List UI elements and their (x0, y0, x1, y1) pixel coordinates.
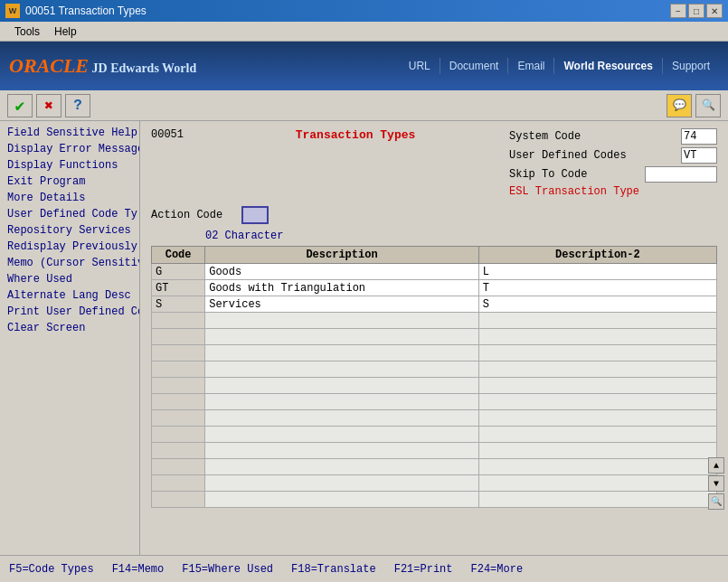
desc2-cell[interactable] (478, 410, 716, 427)
table-row[interactable] (152, 410, 717, 427)
desc-cell[interactable] (205, 410, 479, 427)
desc-cell[interactable] (205, 313, 479, 329)
table-row[interactable] (152, 443, 717, 459)
desc-cell[interactable] (205, 475, 479, 492)
menu-tools[interactable]: Tools (7, 23, 47, 40)
main-layout: Field Sensitive Help Display Error Messa… (0, 121, 728, 555)
table-row[interactable] (152, 378, 717, 394)
footer-f15[interactable]: F15=Where Used (182, 563, 273, 576)
footer-f21[interactable]: F21=Print (394, 563, 453, 576)
content-area: 00051 Transaction Types System Code User… (140, 121, 728, 555)
action-code-input[interactable] (241, 206, 269, 224)
desc2-cell[interactable]: T (478, 280, 716, 296)
desc-cell[interactable] (205, 329, 479, 345)
esl-label: ESL Transaction Type (509, 185, 639, 198)
footer-f18[interactable]: F18=Translate (291, 563, 376, 576)
table-row[interactable] (152, 313, 717, 329)
code-cell: GT (152, 280, 205, 296)
nav-document[interactable]: Document (440, 58, 509, 74)
desc-cell[interactable] (205, 345, 479, 361)
sidebar-item-print-user-defined[interactable]: Print User Defined Code... (0, 304, 139, 320)
minimize-button[interactable]: − (670, 4, 686, 18)
sidebar-item-exit-program[interactable]: Exit Program (0, 174, 139, 190)
chat-button[interactable]: 💬 (667, 94, 692, 117)
data-table: Code Description Description-2 GGoodsLGT… (151, 246, 717, 508)
search-button[interactable]: 🔍 (695, 94, 721, 117)
table-row[interactable] (152, 345, 717, 361)
table-row[interactable]: GTGoods with TriangulationT (152, 280, 717, 296)
desc2-cell[interactable] (478, 443, 716, 459)
zoom-button[interactable]: 🔍 (708, 493, 724, 510)
code-cell (152, 492, 205, 508)
table-row[interactable] (152, 459, 717, 475)
sidebar-item-redisplay-previously[interactable]: Redisplay Previously C... (0, 239, 139, 255)
footer-f14[interactable]: F14=Memo (112, 563, 165, 576)
scroll-up-button[interactable]: ▲ (708, 457, 724, 474)
desc2-cell[interactable] (478, 459, 716, 475)
desc2-cell[interactable] (478, 378, 716, 394)
table-row[interactable]: SServicesS (152, 296, 717, 313)
footer-f24[interactable]: F24=More (471, 563, 524, 576)
sidebar-item-where-used[interactable]: Where Used (0, 271, 139, 287)
desc2-cell[interactable] (478, 492, 716, 508)
sidebar-item-clear-screen[interactable]: Clear Screen (0, 320, 139, 336)
menu-help[interactable]: Help (47, 23, 84, 40)
desc2-cell[interactable] (478, 345, 716, 361)
system-code-label: System Code (509, 130, 581, 143)
sidebar-item-field-sensitive-help[interactable]: Field Sensitive Help (0, 125, 139, 141)
desc-cell[interactable] (205, 459, 479, 475)
desc-cell[interactable] (205, 394, 479, 410)
table-row[interactable] (152, 361, 717, 378)
desc-cell[interactable]: Goods (205, 264, 479, 280)
desc2-cell[interactable] (478, 394, 716, 410)
table-row[interactable] (152, 492, 717, 508)
desc2-cell[interactable]: S (478, 296, 716, 313)
desc-cell[interactable] (205, 427, 479, 443)
sidebar: Field Sensitive Help Display Error Messa… (0, 121, 140, 555)
code-cell (152, 329, 205, 345)
desc2-cell[interactable] (478, 427, 716, 443)
table-row[interactable]: GGoodsL (152, 264, 717, 280)
code-cell: S (152, 296, 205, 313)
close-button[interactable]: ✕ (706, 4, 723, 18)
user-defined-codes-input[interactable] (681, 147, 717, 164)
scroll-down-button[interactable]: ▼ (708, 475, 724, 492)
desc-cell[interactable] (205, 492, 479, 508)
check-button[interactable]: ✔ (7, 94, 33, 117)
table-row[interactable] (152, 394, 717, 410)
system-code-input[interactable] (681, 128, 717, 145)
nav-support[interactable]: Support (663, 58, 719, 74)
sidebar-item-user-defined-code-type[interactable]: User Defined Code Ty.. (0, 206, 139, 222)
help-button[interactable]: ? (65, 94, 90, 117)
desc2-cell[interactable] (478, 329, 716, 345)
sidebar-item-display-error-message[interactable]: Display Error Message (0, 141, 139, 157)
footer-f5[interactable]: F5=Code Types (9, 563, 94, 576)
cancel-button[interactable]: ✖ (36, 94, 61, 117)
sidebar-item-memo[interactable]: Memo (Cursor Sensitive... (0, 255, 139, 271)
char-header: 02 Character (205, 230, 717, 242)
desc-cell[interactable]: Services (205, 296, 479, 313)
nav-email[interactable]: Email (508, 58, 554, 74)
user-defined-codes-label: User Defined Codes (509, 149, 627, 162)
sidebar-item-display-functions[interactable]: Display Functions (0, 157, 139, 174)
program-id: 00051 (151, 128, 184, 141)
desc-cell[interactable] (205, 361, 479, 378)
table-row[interactable] (152, 329, 717, 345)
table-row[interactable] (152, 475, 717, 492)
sidebar-item-more-details[interactable]: More Details (0, 190, 139, 206)
desc2-cell[interactable]: L (478, 264, 716, 280)
desc-cell[interactable] (205, 443, 479, 459)
skip-to-code-input[interactable] (645, 166, 717, 183)
sidebar-item-alternate-lang-desc[interactable]: Alternate Lang Desc (C... (0, 287, 139, 304)
desc2-cell[interactable] (478, 475, 716, 492)
table-row[interactable] (152, 427, 717, 443)
desc2-cell[interactable] (478, 313, 716, 329)
sidebar-item-repository-services[interactable]: Repository Services (0, 222, 139, 239)
nav-world-resources[interactable]: World Resources (554, 58, 662, 74)
desc-cell[interactable] (205, 378, 479, 394)
maximize-button[interactable]: □ (688, 4, 704, 18)
form-title: Transaction Types (220, 128, 491, 142)
desc2-cell[interactable] (478, 361, 716, 378)
desc-cell[interactable]: Goods with Triangulation (205, 280, 479, 296)
nav-url[interactable]: URL (400, 58, 440, 74)
